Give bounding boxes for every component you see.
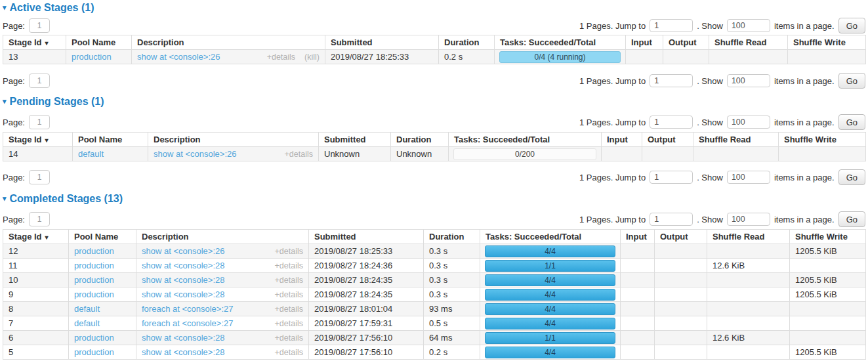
pending-stages-title: Pending Stages (1) xyxy=(10,96,104,107)
col-header-tasks-succeeded-total[interactable]: Tasks: Succeeded/Total xyxy=(449,133,602,147)
pool-name-link[interactable]: production xyxy=(74,261,114,270)
col-header-pool-name[interactable]: Pool Name xyxy=(66,35,132,50)
col-header-input[interactable]: Input xyxy=(621,230,655,244)
col-header-tasks-succeeded-total[interactable]: Tasks: Succeeded/Total xyxy=(495,35,626,50)
description-link[interactable]: show at <console>:26 xyxy=(154,149,236,159)
description-link[interactable]: show at <console>:28 xyxy=(142,261,224,270)
tasks-cell: 4/4 xyxy=(480,302,621,316)
pool-name-link[interactable]: production xyxy=(74,246,114,256)
page-number-input[interactable] xyxy=(29,212,50,226)
go-button[interactable]: Go xyxy=(838,114,865,130)
items-text: items in a page. xyxy=(774,117,835,127)
col-header-shuffle-write[interactable]: Shuffle Write xyxy=(790,230,866,244)
description-cell: foreach at <console>:27+details xyxy=(136,302,309,316)
details-link[interactable]: +details xyxy=(275,319,303,328)
description-link[interactable]: show at <console>:28 xyxy=(142,333,224,343)
completed-stages-section-header[interactable]: ▾Completed Stages (13) xyxy=(3,192,865,205)
col-header-output[interactable]: Output xyxy=(655,230,707,244)
col-header-pool-name[interactable]: Pool Name xyxy=(73,133,148,147)
page-number-input[interactable] xyxy=(29,18,50,33)
col-header-description[interactable]: Description xyxy=(132,35,325,50)
col-header-description[interactable]: Description xyxy=(148,133,319,147)
description-link[interactable]: show at <console>:26 xyxy=(142,246,224,256)
description-cell: show at <console>:28+details xyxy=(136,287,309,302)
table-row: 10productionshow at <console>:28+details… xyxy=(3,273,866,287)
col-header-stage-id[interactable]: Stage Id▾ xyxy=(3,35,66,50)
description-link[interactable]: show at <console>:26 xyxy=(137,52,220,62)
items-text: items in a page. xyxy=(774,173,835,182)
pool-name-link[interactable]: production xyxy=(74,347,114,357)
col-header-shuffle-write[interactable]: Shuffle Write xyxy=(779,133,866,147)
col-header-duration[interactable]: Duration xyxy=(391,133,449,147)
col-header-shuffle-read[interactable]: Shuffle Read xyxy=(693,133,779,147)
pool-name-cell: default xyxy=(73,147,148,161)
shuffle-write-cell xyxy=(779,147,866,161)
col-header-submitted[interactable]: Submitted xyxy=(325,35,439,50)
description-cell: show at <console>:26+details(kill) xyxy=(132,50,325,64)
details-link[interactable]: +details xyxy=(275,290,303,299)
jump-to-page-input[interactable] xyxy=(650,171,693,184)
go-button[interactable]: Go xyxy=(838,211,865,227)
details-link[interactable]: +details xyxy=(275,261,303,270)
details-link[interactable]: +details xyxy=(275,247,303,256)
page-number-input[interactable] xyxy=(29,170,50,184)
jump-to-page-input[interactable] xyxy=(650,19,693,32)
active-stages-section-header[interactable]: ▾Active Stages (1) xyxy=(3,1,865,14)
pages-jump-text: 1 Pages. Jump to xyxy=(579,173,646,182)
description-link[interactable]: foreach at <console>:27 xyxy=(142,318,234,328)
col-header-description[interactable]: Description xyxy=(136,230,309,244)
col-header-submitted[interactable]: Submitted xyxy=(309,230,424,244)
description-link[interactable]: show at <console>:28 xyxy=(142,347,224,357)
details-link[interactable]: +details xyxy=(285,150,313,159)
task-progress-bar: 0/4 (4 running) xyxy=(499,51,621,63)
description-link[interactable]: foreach at <console>:27 xyxy=(142,304,234,314)
details-link[interactable]: +details xyxy=(275,333,303,343)
col-header-pool-name[interactable]: Pool Name xyxy=(69,230,136,244)
col-header-input[interactable]: Input xyxy=(626,35,663,50)
go-button[interactable]: Go xyxy=(838,73,865,89)
col-header-stage-id[interactable]: Stage Id▾ xyxy=(3,230,69,244)
pending-stages-section-header[interactable]: ▾Pending Stages (1) xyxy=(3,95,865,108)
details-link[interactable]: +details xyxy=(275,276,303,285)
col-header-submitted[interactable]: Submitted xyxy=(319,133,391,147)
details-link[interactable]: +details xyxy=(275,305,303,314)
col-header-output[interactable]: Output xyxy=(663,35,709,50)
col-header-input[interactable]: Input xyxy=(602,133,642,147)
jump-to-page-input[interactable] xyxy=(650,116,693,129)
pool-name-link[interactable]: production xyxy=(74,289,114,299)
stage-id-cell: 14 xyxy=(3,147,73,161)
details-link[interactable]: +details xyxy=(275,348,303,357)
jump-to-page-input[interactable] xyxy=(650,74,693,87)
col-header-stage-id[interactable]: Stage Id▾ xyxy=(3,133,73,147)
pool-name-link[interactable]: default xyxy=(78,149,104,159)
jump-to-page-input[interactable] xyxy=(650,213,693,226)
col-header-tasks-succeeded-total[interactable]: Tasks: Succeeded/Total xyxy=(480,230,621,244)
description-link[interactable]: show at <console>:28 xyxy=(142,275,224,285)
items-per-page-input[interactable] xyxy=(727,19,770,32)
shuffle-read-cell xyxy=(693,147,779,161)
go-button[interactable]: Go xyxy=(838,169,865,185)
items-per-page-input[interactable] xyxy=(727,116,770,129)
pending-pagination-bottom: Page: 1 Pages. Jump to . Show items in a… xyxy=(3,170,865,184)
description-link[interactable]: show at <console>:28 xyxy=(142,289,224,299)
col-header-duration[interactable]: Duration xyxy=(439,35,495,50)
pool-name-link[interactable]: production xyxy=(74,333,114,343)
items-per-page-input[interactable] xyxy=(727,213,770,226)
col-header-shuffle-read[interactable]: Shuffle Read xyxy=(709,35,788,50)
items-per-page-input[interactable] xyxy=(727,74,770,87)
col-header-shuffle-read[interactable]: Shuffle Read xyxy=(707,230,790,244)
col-header-duration[interactable]: Duration xyxy=(424,230,480,244)
pool-name-link[interactable]: production xyxy=(72,52,112,62)
page-number-input[interactable] xyxy=(29,74,50,88)
kill-link[interactable]: (kill) xyxy=(304,53,320,62)
items-per-page-input[interactable] xyxy=(727,171,770,184)
pool-name-link[interactable]: default xyxy=(74,318,100,328)
col-header-output[interactable]: Output xyxy=(642,133,693,147)
pool-name-link[interactable]: default xyxy=(74,304,100,314)
pool-name-link[interactable]: production xyxy=(74,275,114,285)
details-link[interactable]: +details xyxy=(267,53,295,62)
go-button[interactable]: Go xyxy=(838,18,865,33)
duration-cell: 0.2 s xyxy=(424,345,480,360)
col-header-shuffle-write[interactable]: Shuffle Write xyxy=(788,35,866,50)
page-number-input[interactable] xyxy=(29,115,50,129)
